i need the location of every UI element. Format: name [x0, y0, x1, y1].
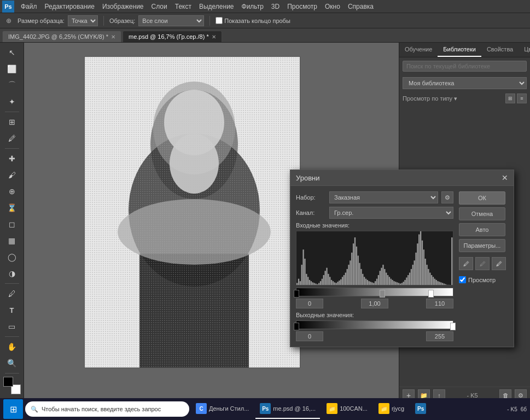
sample-select[interactable]: Все слои	[138, 15, 204, 26]
input-white-value[interactable]	[426, 299, 453, 308]
brush-tool[interactable]: 🖌	[4, 167, 20, 183]
taskbar-search[interactable]: 🔍 Чтобы начать поиск, введите здесь запр…	[25, 401, 189, 417]
svg-rect-33	[329, 277, 330, 285]
kb-label: - K5	[507, 406, 517, 412]
levels-preset-select[interactable]: Заказная	[329, 191, 438, 203]
output-white-value[interactable]	[426, 331, 453, 341]
input-black-value[interactable]	[296, 299, 323, 308]
history-tool[interactable]: ⌛	[4, 200, 20, 215]
menu-3d[interactable]: 3D	[268, 2, 283, 11]
eraser-tool[interactable]: ◻	[4, 217, 20, 232]
preview-checkbox[interactable]	[459, 276, 466, 283]
sample-label: Образец:	[109, 18, 135, 24]
zoom-tool[interactable]: 🔍	[4, 355, 20, 371]
output-slider[interactable]	[296, 320, 453, 329]
panel-tab-properties[interactable]: Свойства	[481, 43, 519, 57]
svg-rect-35	[333, 281, 334, 285]
taskbar: ⊞ 🔍 Чтобы начать поиск, введите здесь за…	[0, 398, 530, 420]
taskbar-ps[interactable]: Ps me.psd @ 16,...	[255, 399, 320, 419]
menu-text[interactable]: Текст	[172, 2, 195, 11]
menu-file[interactable]: Файл	[18, 2, 40, 11]
show-ring-option[interactable]: Показать кольцо пробы	[216, 17, 290, 24]
output-white-slider[interactable]	[450, 323, 456, 330]
menu-select[interactable]: Выделение	[196, 2, 237, 11]
white-point-slider[interactable]	[428, 290, 434, 298]
view-by-type-label[interactable]: Просмотр по типу ▾	[403, 95, 457, 102]
levels-left-panel: Набор: Заказная ⚙ Канал: Гр.сер. Входные…	[296, 191, 453, 341]
levels-input-label: Входные значения:	[296, 222, 453, 229]
panel-tab-color[interactable]: Цв	[519, 43, 530, 57]
black-point-slider[interactable]	[294, 290, 299, 298]
grid-view-icon[interactable]: ⊞	[505, 94, 515, 103]
params-button[interactable]: Параметры...	[459, 239, 505, 252]
menu-window[interactable]: Окно	[322, 2, 343, 11]
move-tool[interactable]: ↖	[4, 45, 20, 60]
svg-rect-17	[304, 259, 305, 285]
tab-img4402-close[interactable]: ✕	[111, 34, 115, 40]
lasso-tool[interactable]: ⌒	[4, 78, 20, 93]
eyedropper-tool[interactable]: 🖉	[4, 131, 20, 146]
menu-layers[interactable]: Слои	[148, 2, 171, 11]
taskbar-folder1[interactable]: 📁 100CAN...	[322, 399, 372, 419]
taskbar-folder2[interactable]: 📁 rjycg	[374, 399, 409, 419]
taskbar-ps2[interactable]: Ps	[411, 399, 430, 419]
dodge-tool[interactable]: ◑	[4, 266, 20, 281]
menu-help[interactable]: Справка	[345, 2, 377, 11]
panel-search-input[interactable]	[403, 61, 527, 72]
svg-rect-32	[328, 274, 329, 285]
marquee-tool[interactable]: ⬜	[4, 61, 20, 77]
chevron-down-icon: ▾	[454, 95, 457, 102]
svg-rect-30	[324, 271, 325, 285]
options-bar: ⊕ Размер образца: Точка Образец: Все сло…	[0, 13, 530, 28]
library-select[interactable]: Моя библиотека	[403, 77, 527, 89]
black-eyedropper-btn[interactable]: 🖉	[459, 257, 473, 270]
levels-preset-gear[interactable]: ⚙	[441, 191, 453, 203]
svg-rect-75	[395, 282, 396, 285]
crop-tool[interactable]: ⊞	[4, 114, 20, 130]
levels-close-button[interactable]: ✕	[502, 173, 508, 182]
input-slider[interactable]	[296, 288, 453, 296]
panel-tab-libraries[interactable]: Библиотеки	[438, 43, 481, 57]
panel-tab-learning[interactable]: Обучение	[399, 43, 438, 57]
svg-rect-71	[389, 277, 390, 285]
white-eyedropper-btn[interactable]: 🖉	[492, 257, 506, 270]
svg-rect-83	[407, 275, 409, 285]
pen-tool[interactable]: 🖊	[4, 286, 20, 301]
sample-size-select[interactable]: Точка	[68, 15, 98, 26]
svg-rect-68	[384, 269, 385, 285]
menu-image[interactable]: Изображение	[99, 2, 147, 11]
gradient-tool[interactable]: ▦	[4, 233, 20, 248]
magic-wand-tool[interactable]: ✦	[4, 94, 20, 109]
tab-mepsd[interactable]: me.psd @ 16,7% (Гр.сер./8) * ✕	[123, 31, 222, 42]
shape-tool[interactable]: ▭	[4, 319, 20, 334]
tab-img4402[interactable]: IMG_4402.JPG @ 6,25% (CMYK/8) * ✕	[2, 31, 121, 42]
heal-tool[interactable]: ✚	[4, 151, 20, 166]
chrome-icon: C	[196, 403, 207, 414]
text-tool[interactable]: T	[4, 302, 20, 318]
svg-rect-91	[420, 231, 421, 285]
svg-rect-104	[440, 282, 441, 285]
gray-eyedropper-btn[interactable]: 🖉	[475, 257, 490, 270]
midtone-slider[interactable]	[380, 290, 385, 298]
output-black-slider[interactable]	[294, 323, 299, 330]
auto-button[interactable]: Авто	[459, 223, 505, 236]
ok-button[interactable]: ОК	[459, 191, 505, 205]
menu-view[interactable]: Просмотр	[284, 2, 321, 11]
tab-mepsd-close[interactable]: ✕	[212, 34, 216, 40]
foreground-color-swatch[interactable]	[3, 377, 13, 387]
hand-tool[interactable]: ✋	[4, 339, 20, 354]
menu-filter[interactable]: Фильтр	[238, 2, 267, 11]
start-button[interactable]: ⊞	[3, 399, 23, 419]
svg-rect-93	[423, 249, 424, 285]
input-mid-value[interactable]	[361, 299, 388, 308]
levels-channel-select[interactable]: Гр.сер.	[329, 207, 453, 219]
taskbar-chrome[interactable]: C Деньги Стил...	[191, 399, 253, 419]
cancel-button[interactable]: Отмена	[459, 207, 505, 220]
color-swatches	[3, 377, 21, 394]
list-view-icon[interactable]: ≡	[517, 94, 527, 103]
clone-tool[interactable]: ⊕	[4, 184, 20, 199]
menu-edit[interactable]: Редактирование	[42, 2, 98, 11]
blur-tool[interactable]: ◯	[4, 249, 20, 265]
show-ring-checkbox[interactable]	[216, 17, 223, 24]
output-black-value[interactable]	[296, 331, 323, 341]
